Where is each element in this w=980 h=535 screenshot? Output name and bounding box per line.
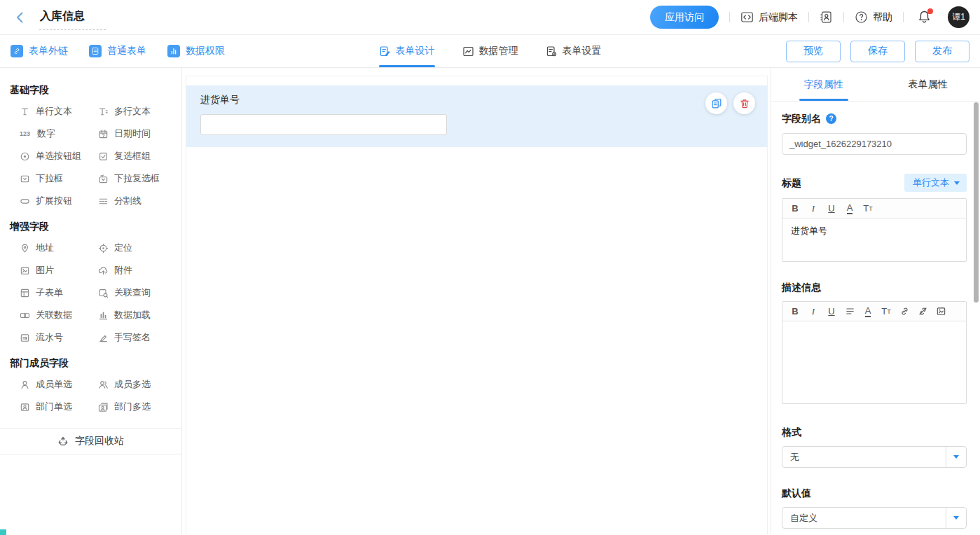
palette-item-label: 扩展按钮 — [36, 195, 72, 207]
palette-item-data-load[interactable]: 数据加载 — [98, 304, 177, 326]
form-design-icon — [379, 46, 391, 57]
palette-item-multi-dropdown[interactable]: 下拉复选框 — [98, 167, 177, 190]
recycle-label: 字段回收站 — [75, 435, 124, 447]
palette-grid-basic: 单行文本 多行文本 123数字 日期时间 单选按钮组 复选框组 下拉框 下拉复选… — [20, 100, 181, 212]
line-height-icon — [845, 306, 855, 317]
linked-cards-icon — [20, 310, 30, 321]
bold-button[interactable]: B — [786, 303, 804, 320]
palette-item-signature[interactable]: 手写签名 — [98, 326, 177, 349]
chevron-down-icon — [953, 516, 959, 520]
app-header: 入库信息 应用访问 后端脚本 帮助 谭1 — [0, 0, 980, 35]
tab-data-permission[interactable]: 数据权限 — [167, 45, 225, 57]
palette-grid-members: 成员单选 成员多选 部门单选 部门多选 — [20, 373, 181, 418]
format-select[interactable]: 无 — [782, 446, 967, 468]
palette-item-dept-multi[interactable]: 部门多选 — [98, 396, 177, 418]
palette-item-extend-button[interactable]: 扩展按钮 — [20, 190, 98, 212]
insert-link-button[interactable] — [895, 303, 913, 320]
field-alias-input[interactable] — [782, 133, 967, 155]
line-height-button[interactable] — [841, 303, 859, 320]
preview-button[interactable]: 预览 — [786, 41, 841, 62]
copy-icon — [711, 98, 722, 109]
tab-normal-form[interactable]: 普通表单 — [89, 45, 146, 57]
font-size-button[interactable]: TT — [859, 200, 877, 217]
palette-item-attachment[interactable]: 附件 — [98, 259, 177, 282]
palette-item-label: 子表单 — [36, 286, 63, 299]
palette-item-location[interactable]: 定位 — [98, 237, 177, 259]
palette-item-related-data[interactable]: 关联数据 — [20, 304, 98, 326]
tab-form-properties[interactable]: 表单属性 — [876, 68, 980, 101]
panel-scrollbar[interactable] — [974, 102, 979, 303]
form-toolbar: 表单外链 普通表单 数据权限 表单设计 数据管理 表单设置 预览 保存 发布 — [0, 35, 980, 68]
form-canvas[interactable]: 进货单号 — [182, 68, 771, 534]
palette-item-label: 部门单选 — [36, 401, 72, 413]
notifications-button[interactable] — [917, 10, 932, 25]
help-icon[interactable]: ? — [826, 113, 836, 124]
title-editor-content[interactable]: 进货单号 — [782, 218, 966, 261]
palette-item-dropdown[interactable]: 下拉框 — [20, 167, 98, 190]
app-access-button[interactable]: 应用访问 — [650, 6, 719, 29]
tab-form-settings[interactable]: 表单设置 — [546, 35, 602, 67]
contacts-icon — [820, 11, 833, 24]
backend-script-button[interactable]: 后端脚本 — [740, 11, 798, 24]
back-button[interactable] — [13, 10, 28, 25]
palette-item-related-query[interactable]: 关联查询 — [98, 282, 177, 304]
palette-item-checkbox-group[interactable]: 复选框组 — [98, 145, 177, 167]
font-size-button[interactable]: TT — [877, 303, 895, 320]
tab-field-properties[interactable]: 字段属性 — [771, 68, 876, 101]
property-panel: 字段属性 表单属性 字段别名 ? 标题 单行文本 B I U — [771, 68, 980, 534]
toolbar-buttons: 预览 保存 发布 — [786, 41, 969, 62]
help-button[interactable]: 帮助 — [855, 11, 892, 24]
italic-button[interactable]: I — [804, 200, 822, 217]
widget-type-dropdown[interactable]: 单行文本 — [904, 174, 967, 192]
font-color-button[interactable]: A — [841, 200, 859, 217]
department-icon — [20, 402, 30, 412]
selected-widget[interactable]: 进货单号 — [186, 85, 767, 147]
cloud-upload-icon — [98, 265, 109, 276]
insert-image-button[interactable] — [932, 303, 950, 320]
save-button[interactable]: 保存 — [850, 41, 905, 62]
palette-item-divider[interactable]: 分割线 — [98, 190, 177, 212]
palette-item-radio-group[interactable]: 单选按钮组 — [20, 145, 98, 167]
default-value-select[interactable]: 自定义 — [782, 507, 967, 529]
palette-item-datetime[interactable]: 日期时间 — [98, 123, 177, 145]
bold-button[interactable]: B — [786, 200, 804, 217]
underline-button[interactable]: U — [822, 200, 841, 217]
tab-data-manage[interactable]: 数据管理 — [462, 35, 518, 67]
palette-section-title: 部门成员字段 — [10, 356, 181, 370]
palette-item-multi-line-text[interactable]: 多行文本 — [98, 100, 177, 123]
italic-button[interactable]: I — [804, 303, 822, 320]
field-recycle-bin[interactable]: 字段回收站 — [0, 428, 181, 454]
palette-item-member-multi[interactable]: 成员多选 — [98, 373, 177, 396]
copy-widget-button[interactable] — [705, 92, 727, 114]
palette-item-serial-number[interactable]: 流水号 — [20, 326, 98, 349]
font-color-button[interactable]: A — [859, 303, 877, 320]
palette-item-image[interactable]: 图片 — [20, 259, 98, 282]
user-avatar[interactable]: 谭1 — [948, 6, 969, 28]
contacts-button[interactable] — [820, 11, 833, 24]
tab-form-design[interactable]: 表单设计 — [379, 35, 435, 67]
palette-item-member-single[interactable]: 成员单选 — [20, 373, 98, 396]
palette-item-subform[interactable]: 子表单 — [20, 282, 98, 304]
description-editor-content[interactable] — [782, 321, 966, 403]
delete-widget-button[interactable] — [733, 92, 755, 114]
remove-link-button[interactable] — [913, 303, 932, 320]
chart-bars-icon — [98, 310, 109, 321]
number-icon: 123 — [20, 130, 32, 137]
notification-badge — [927, 8, 933, 14]
form-settings-icon — [546, 46, 558, 57]
select-caret — [946, 508, 966, 528]
palette-item-number[interactable]: 123数字 — [20, 123, 98, 145]
palette-item-address[interactable]: 地址 — [20, 237, 98, 259]
tab-form-external-link[interactable]: 表单外链 — [11, 45, 68, 57]
header-actions: 应用访问 后端脚本 帮助 谭1 — [650, 6, 969, 29]
form-title[interactable]: 入库信息 — [39, 7, 106, 30]
palette-item-label: 单行文本 — [36, 105, 72, 118]
trash-icon — [739, 98, 750, 109]
palette-item-single-line-text[interactable]: 单行文本 — [20, 100, 98, 123]
widget-label: 进货单号 — [200, 94, 753, 106]
publish-button[interactable]: 发布 — [915, 41, 969, 62]
widget-input[interactable] — [200, 114, 447, 135]
underline-button[interactable]: U — [822, 303, 841, 320]
palette-item-dept-single[interactable]: 部门单选 — [20, 396, 98, 418]
tab-label: 普通表单 — [107, 45, 146, 57]
